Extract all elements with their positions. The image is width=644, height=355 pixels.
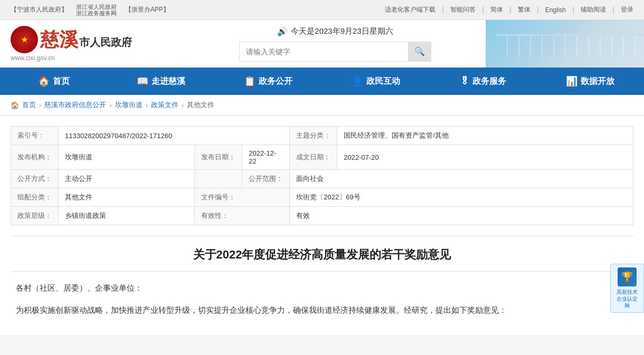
ningbo-gov-link[interactable]: 【宁波市人民政府】: [11, 5, 68, 14]
groupcat-label: 组配分类：: [11, 188, 59, 207]
pubdate-label: 发布日期：: [195, 145, 242, 170]
nav-home-label: 首页: [53, 76, 70, 87]
header-bridge-image: [486, 20, 644, 68]
table-row: 索引号： 11330282002970487/2022-171260 主题分类：…: [11, 127, 633, 145]
nav-about-label: 走进慈溪: [151, 76, 185, 87]
logo-area: ★ 慈溪 市人民政府 www.cixi.gov.cn: [11, 26, 132, 62]
header: ★ 慈溪 市人民政府 www.cixi.gov.cn 🔊 今天是2023年9月2…: [0, 20, 644, 68]
home-icon: 🏠: [38, 75, 50, 87]
traditional-link[interactable]: 繁体: [518, 5, 531, 14]
zhejiangapp-link[interactable]: 【浙里办APP】: [125, 5, 169, 14]
nav-data[interactable]: 📊 数据开放: [537, 68, 644, 95]
speaker-icon: 🔊: [277, 26, 288, 36]
divider2: [11, 271, 633, 272]
search-button[interactable]: 🔍: [408, 42, 431, 62]
document-title: 关于2022年度促进经济高质量发展的若干奖励意见: [11, 247, 633, 263]
top-bar-right: 适老化客户端下载 ｜ 智能问答 ｜ 简体 ｜ 繁体 ｜ English ｜ 辅助…: [385, 5, 633, 14]
openscope-value: 面向社会: [290, 170, 633, 188]
pubdate-value: 2022-12-22: [242, 145, 290, 170]
table-row: 发布机构： 坎墩街道 发布日期： 2022-12-22 成文日期： 2022-0…: [11, 145, 633, 170]
body-para2: 为积极实施创新驱动战略，加快推进产业转型升级，切实提升企业核心竞争力，确保我街道…: [16, 302, 628, 318]
breadcrumb: 🏠 首页 › 慈溪市政府信息公开 › 坎墩街道 › 政策文件 › 其他文件: [0, 95, 644, 116]
policylevel-label: 政策层级：: [11, 207, 59, 225]
org-label: 发布机构：: [11, 145, 59, 170]
policylevel-value: 乡镇街道政策: [59, 207, 195, 225]
logo-url: www.cixi.gov.cn: [11, 54, 55, 62]
openscope-label: [195, 170, 242, 188]
login-link[interactable]: 登录: [621, 5, 633, 14]
groupcat-value: 其他文件: [59, 188, 195, 207]
top-bar: 【宁波市人民政府】 浙江省人民政府 浙江政务服务网 【浙里办APP】 适老化客户…: [0, 0, 644, 20]
logo-text: 慈溪 市人民政府: [40, 30, 132, 49]
divider: [11, 236, 633, 236]
validity-label: 有效性：: [195, 207, 290, 225]
nav-data-label: 数据开放: [581, 76, 614, 87]
nav-interaction[interactable]: 👤 政民互动: [322, 68, 429, 95]
body-para1: 各村（社区、居委）、企事业单位：: [16, 280, 628, 296]
home-breadcrumb-icon: 🏠: [11, 101, 19, 109]
openmethod-value: 主动公开: [59, 170, 195, 188]
floating-badge[interactable]: 🏆 高新技术企业认定网: [610, 264, 644, 313]
docnum-value: 坎街党〔2022〕69号: [290, 188, 633, 207]
clipboard-icon: 📋: [244, 75, 255, 87]
simplified-link[interactable]: 简体: [490, 5, 503, 14]
openmethod-label: 公开方式：: [11, 170, 59, 188]
assist-read-link[interactable]: 辅助阅读: [581, 5, 606, 14]
breadcrumb-cixi-info[interactable]: 慈溪市政府信息公开: [44, 100, 106, 110]
writtendate-label: 成文日期：: [290, 145, 337, 170]
docnum-label: 文件编号：: [195, 188, 290, 207]
index-label: 索引号：: [11, 127, 59, 145]
badge-label: 高新技术企业认定网: [615, 289, 639, 309]
nav-service[interactable]: 🎖 政务服务: [429, 68, 536, 95]
nav-about[interactable]: 📖 走进慈溪: [107, 68, 214, 95]
main-nav: 🏠 首页 📖 走进慈溪 📋 政务公开 👤 政民互动 🎖 政务服务 📊 数据开放: [0, 68, 644, 95]
nav-gov-open[interactable]: 📋 政务公开: [215, 68, 322, 95]
validity-value: 有效: [290, 207, 633, 225]
nav-service-label: 政务服务: [472, 76, 506, 87]
ai-qa-link[interactable]: 智能问答: [450, 5, 476, 14]
nav-gov-open-label: 政务公开: [259, 76, 292, 87]
doc-info-table: 索引号： 11330282002970487/2022-171260 主题分类：…: [11, 126, 633, 225]
book-icon: 📖: [137, 75, 148, 87]
header-center: 🔊 今天是2023年9月23日星期六 🔍: [143, 26, 528, 62]
org-value: 坎墩街道: [59, 145, 195, 170]
date-text: 今天是2023年9月23日星期六: [291, 26, 393, 36]
table-row: 公开方式： 主动公开 公开范围： 面向社会: [11, 170, 633, 188]
openscope-label2: 公开范围：: [242, 170, 290, 188]
trophy-icon: 🏆: [621, 271, 633, 283]
badge-icon: 🏆: [618, 267, 637, 286]
logo-emblem: ★: [11, 26, 38, 53]
person-icon: 👤: [352, 75, 363, 87]
writtendate-value: 2022-07-20: [337, 145, 633, 170]
table-row: 组配分类： 其他文件 文件编号： 坎街党〔2022〕69号: [11, 188, 633, 207]
zhejiang-gov-link[interactable]: 浙江省人民政府 浙江政务服务网: [76, 3, 117, 16]
medal-icon: 🎖: [460, 76, 469, 87]
subject-label: 主题分类：: [290, 127, 337, 145]
elder-download-link[interactable]: 适老化客户端下载: [385, 5, 435, 14]
header-date: 🔊 今天是2023年9月23日星期六: [277, 26, 393, 36]
top-bar-left: 【宁波市人民政府】 浙江省人民政府 浙江政务服务网 【浙里办APP】: [11, 3, 169, 16]
index-value: 11330282002970487/2022-171260: [59, 127, 290, 145]
header-search: 🔍: [239, 42, 431, 62]
content-area: 索引号： 11330282002970487/2022-171260 主题分类：…: [0, 116, 644, 335]
search-input[interactable]: [239, 42, 408, 62]
subject-value: 国民经济管理、国有资产监管/其他: [337, 127, 633, 145]
bridge-visual: [486, 20, 644, 68]
english-link[interactable]: English: [545, 6, 566, 14]
breadcrumb-kandun[interactable]: 坎墩街道: [115, 100, 143, 110]
nav-home[interactable]: 🏠 首页: [0, 68, 107, 95]
chart-icon: 📊: [566, 75, 577, 87]
breadcrumb-policy[interactable]: 政策文件: [151, 100, 178, 110]
nav-interaction-label: 政民互动: [366, 76, 400, 87]
document-body: 各村（社区、居委）、企事业单位： 为积极实施创新驱动战略，加快推进产业转型升级，…: [11, 280, 633, 318]
logo-gov-text: 市人民政府: [79, 36, 132, 49]
breadcrumb-current: 其他文件: [187, 100, 214, 110]
logo-title: ★ 慈溪 市人民政府: [11, 26, 132, 53]
table-row: 政策层级： 乡镇街道政策 有效性： 有效: [11, 207, 633, 225]
logo-cixi-chars: 慈溪: [40, 30, 78, 49]
breadcrumb-home[interactable]: 首页: [22, 100, 36, 110]
